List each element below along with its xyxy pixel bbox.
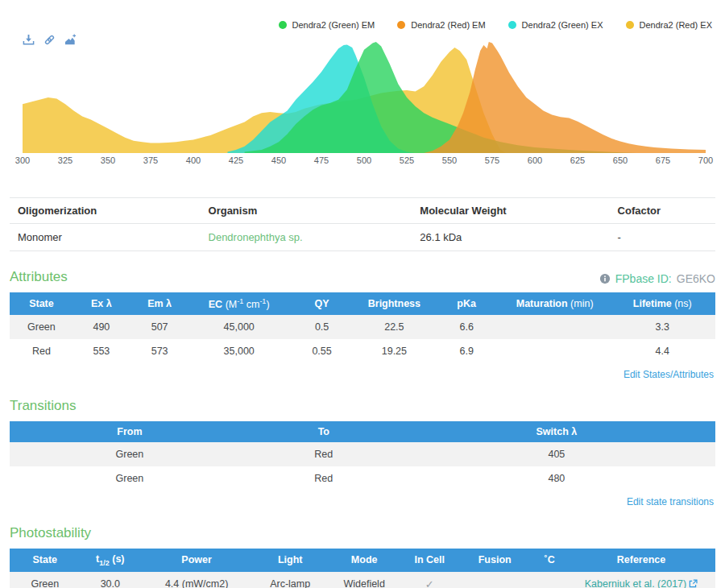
trans-header-switch: Switch λ: [398, 421, 715, 442]
attr-header-em: Em λ: [130, 292, 189, 315]
x-axis-tick-label: 625: [570, 155, 585, 165]
table-row: Green Red 405: [10, 442, 715, 466]
x-axis-tick-label: 575: [485, 155, 499, 165]
photo-header-thalf: t1/2 (s): [81, 549, 140, 572]
attr-header-ec: EC (M-1 cm-1): [189, 292, 288, 315]
attr-maturation: [500, 339, 610, 363]
table-row: Green Red 480: [10, 466, 715, 491]
photo-light: Arc-lamp: [253, 572, 327, 588]
chart-toolbar: [23, 34, 77, 46]
transitions-table: From To Switch λ Green Red 405 Green Red…: [10, 421, 715, 491]
x-axis-tick-label: 400: [186, 155, 201, 165]
fpbase-id-value: GE6KO: [677, 272, 715, 285]
attr-qy: 0.5: [288, 315, 355, 339]
photo-header-power: Power: [140, 549, 253, 572]
trans-header-to: To: [250, 421, 398, 442]
organism-link[interactable]: Dendronephthya sp.: [209, 231, 303, 243]
photo-thalf: 30.0: [81, 572, 140, 588]
attr-em: 507: [130, 315, 189, 339]
table-row: Green 30.0 4.4 (mW/cm2) Arc-lamp Widefie…: [10, 572, 715, 588]
photo-header-incell: In Cell: [401, 549, 458, 572]
table-row: Monomer Dendronephthya sp. 26.1 kDa -: [10, 224, 715, 251]
attr-lifetime: 3.3: [610, 315, 715, 339]
chart-add-icon[interactable]: [64, 34, 77, 46]
spectra-chart: Dendra2 (Green) EMDendra2 (Red) EMDendra…: [0, 0, 725, 173]
trans-from: Green: [10, 466, 250, 491]
photostability-heading: Photostability: [10, 525, 91, 541]
attributes-table: State Ex λ Em λ EC (M-1 cm-1) QY Brightn…: [10, 292, 715, 363]
download-icon[interactable]: [23, 34, 35, 46]
legend-label: Dendra2 (Green) EX: [522, 20, 603, 30]
trans-switch: 405: [398, 442, 715, 466]
trans-header-from: From: [10, 421, 250, 442]
photo-temp: [532, 572, 567, 588]
edit-states-attributes-link[interactable]: Edit States/Attributes: [10, 369, 714, 380]
legend-dot: [626, 21, 634, 29]
attr-pka: 6.9: [433, 339, 500, 363]
attr-em: 573: [130, 339, 189, 363]
x-axis-tick-label: 500: [357, 155, 371, 165]
attr-ex: 490: [73, 315, 130, 339]
info-header-organism: Organism: [201, 198, 412, 224]
info-header-oligomerization: Oligomerization: [10, 198, 201, 224]
legend-item[interactable]: Dendra2 (Red) EM: [397, 20, 485, 30]
legend-item[interactable]: Dendra2 (Red) EX: [626, 20, 713, 30]
cofactor-value: -: [610, 224, 715, 251]
x-axis-tick-label: 375: [143, 155, 158, 165]
photo-power: 4.4 (mW/cm2): [140, 572, 253, 588]
x-axis-tick-label: 325: [58, 155, 72, 165]
link-icon[interactable]: [44, 34, 56, 46]
info-icon[interactable]: [599, 273, 611, 284]
legend-dot: [397, 21, 405, 29]
attr-state: Green: [10, 315, 73, 339]
table-row: Green 490 507 45,000 0.5 22.5 6.6 3.3: [10, 315, 715, 339]
attr-header-ex: Ex λ: [73, 292, 130, 315]
trans-to: Red: [250, 466, 398, 491]
photo-header-state: State: [10, 549, 81, 572]
legend-dot: [279, 21, 287, 29]
table-row: Red 553 573 35,000 0.55 19.25 6.9 4.4: [10, 339, 715, 363]
photostability-table: State t1/2 (s) Power Light Mode In Cell …: [10, 549, 715, 588]
legend-item[interactable]: Dendra2 (Green) EM: [279, 20, 375, 30]
x-axis-tick-label: 475: [314, 155, 329, 165]
attr-ex: 553: [73, 339, 130, 363]
photo-header-temp: ˚C: [532, 549, 567, 572]
photo-header-reference: Reference: [567, 549, 715, 572]
molecular-weight-value: 26.1 kDa: [412, 224, 609, 251]
x-axis-tick-label: 525: [400, 155, 414, 165]
attr-header-qy: QY: [288, 292, 355, 315]
trans-from: Green: [10, 442, 250, 466]
info-header-molecular-weight: Molecular Weight: [412, 198, 609, 224]
x-axis-tick-label: 675: [656, 155, 670, 165]
x-axis-tick-label: 300: [15, 155, 30, 165]
x-axis-tick-label: 600: [528, 155, 542, 165]
attr-header-state: State: [10, 292, 73, 315]
photo-header-fusion: Fusion: [458, 549, 532, 572]
transitions-heading: Transitions: [10, 398, 77, 414]
photo-state: Green: [10, 572, 81, 588]
photo-header-mode: Mode: [327, 549, 401, 572]
x-axis-tick-label: 550: [442, 155, 457, 165]
legend-item[interactable]: Dendra2 (Green) EX: [508, 20, 603, 30]
edit-state-transitions-link[interactable]: Edit state transitions: [10, 496, 714, 507]
reference-link[interactable]: Kaberniuk et al. (2017): [585, 578, 698, 588]
attr-ec: 45,000: [189, 315, 288, 339]
attr-pka: 6.6: [433, 315, 500, 339]
attr-brightness: 22.5: [355, 315, 433, 339]
x-axis-tick-label: 425: [229, 155, 243, 165]
attributes-heading: Attributes: [10, 269, 68, 285]
protein-info-table: Oligomerization Organism Molecular Weigh…: [10, 197, 715, 251]
chart-legend: Dendra2 (Green) EMDendra2 (Red) EMDendra…: [279, 20, 712, 30]
attr-qy: 0.55: [288, 339, 355, 363]
legend-label: Dendra2 (Red) EX: [640, 20, 713, 30]
attr-header-lifetime: Lifetime (ns): [610, 292, 715, 315]
legend-dot: [508, 21, 516, 29]
photo-header-light: Light: [253, 549, 327, 572]
x-axis-tick-label: 700: [698, 155, 713, 165]
check-icon: ✓: [425, 578, 434, 588]
x-axis-tick-label: 350: [101, 155, 115, 165]
attr-brightness: 19.25: [355, 339, 433, 363]
trans-switch: 480: [398, 466, 715, 491]
photo-mode: Widefield: [327, 572, 401, 588]
external-link-icon: [689, 579, 698, 588]
